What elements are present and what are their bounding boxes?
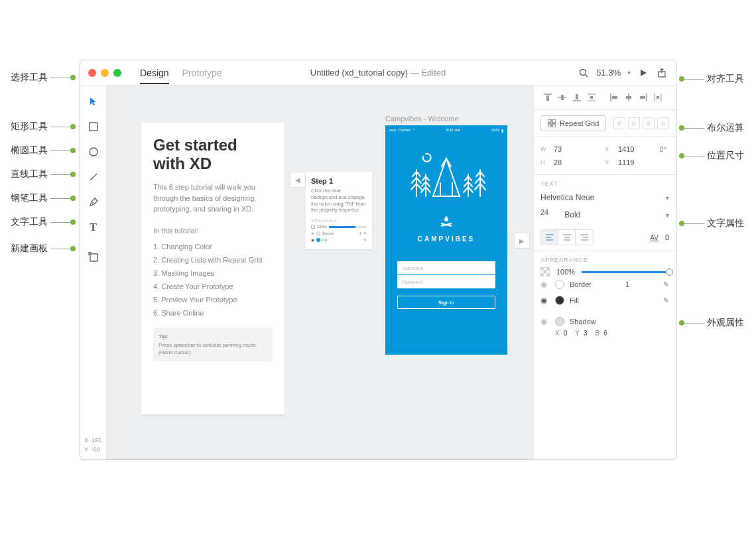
svg-rect-52 <box>540 273 544 276</box>
rectangle-tool[interactable] <box>87 120 100 133</box>
opacity-row: 100% <box>540 267 669 276</box>
shadow-x-field[interactable]: X0 <box>555 329 567 337</box>
shadow-b-field[interactable]: B6 <box>595 329 607 337</box>
svg-rect-20 <box>561 95 564 100</box>
text-align-center-button[interactable] <box>558 230 576 245</box>
font-size-field[interactable]: 24 <box>540 208 548 221</box>
opacity-value[interactable]: 100% <box>556 268 575 276</box>
text-align-group <box>540 229 594 245</box>
svg-rect-25 <box>590 96 593 99</box>
svg-point-4 <box>90 148 97 156</box>
play-preview-button[interactable] <box>637 67 649 79</box>
svg-rect-37 <box>548 124 551 127</box>
svg-rect-18 <box>546 95 549 101</box>
eyedropper-icon[interactable]: ✎ <box>663 280 669 289</box>
minimize-window-button[interactable] <box>101 69 109 77</box>
text-align-right-button[interactable] <box>576 230 593 245</box>
step-next-button[interactable]: ▶ <box>514 233 530 249</box>
username-field[interactable]: Username <box>397 261 495 274</box>
border-width-field[interactable]: 1 <box>625 280 629 288</box>
svg-rect-38 <box>552 124 556 127</box>
app-window: Design Prototype Untitled (xd_tutorial c… <box>80 60 676 460</box>
artboard-label[interactable]: Campvibes - Welcome <box>385 115 458 123</box>
distribute-v-button[interactable] <box>584 91 599 104</box>
line-tool[interactable] <box>87 170 100 184</box>
font-weight-select[interactable]: Bold▾ <box>564 208 669 221</box>
artboard-phone[interactable]: •••••Carrier⌔ 8:41 AM 42%▮ <box>385 125 507 355</box>
text-tool[interactable]: T <box>87 221 100 234</box>
appearance-section-title: APPEARANCE <box>540 257 669 263</box>
svg-rect-35 <box>548 119 551 123</box>
repeat-grid-button[interactable]: Repeat Grid <box>540 115 606 131</box>
text-section-title: TEXT <box>540 180 669 187</box>
width-field[interactable]: W73 <box>540 143 605 156</box>
shadow-row: ◉ Shadow <box>540 314 669 329</box>
opacity-checker-icon <box>540 267 550 276</box>
svg-rect-49 <box>540 267 544 270</box>
shadow-y-field[interactable]: Y3 <box>575 329 587 337</box>
fill-visibility-toggle[interactable]: ◉ <box>540 296 550 305</box>
font-family-select[interactable]: Helvetica Neue▾ <box>540 191 669 204</box>
align-hcenter-button[interactable] <box>621 91 636 104</box>
password-field[interactable]: Password <box>397 275 495 288</box>
tab-prototype[interactable]: Prototype <box>182 62 222 84</box>
geometry-row: W73 X1410 0° H28 Y1119 <box>534 137 676 175</box>
bool-subtract-button[interactable]: ⊖ <box>628 117 640 129</box>
border-visibility-toggle[interactable]: ◉ <box>540 280 550 289</box>
anno-line: 直线工具 <box>0 168 76 180</box>
tutorial-card[interactable]: Get started with XD This 6 step tutorial… <box>141 123 284 414</box>
align-top-button[interactable] <box>540 91 555 104</box>
eyedropper-icon[interactable]: ✎ <box>663 296 669 305</box>
y-field[interactable]: Y1119 <box>605 156 669 169</box>
align-left-button[interactable] <box>607 91 621 104</box>
mini-border-row: ◉Border1✎ <box>311 231 367 235</box>
bool-union-button[interactable]: ⊕ <box>613 117 625 129</box>
tool-toolbar: T X 191 Y -60 <box>80 86 107 459</box>
list-item: 2. Creating Lists with Repeat Grid <box>153 256 273 264</box>
step-desc: Click the blue background and change the… <box>311 188 367 213</box>
align-vcenter-button[interactable] <box>555 91 570 104</box>
anno-appearance: 外观属性 <box>679 317 744 329</box>
align-right-button[interactable] <box>636 91 651 104</box>
align-bottom-button[interactable] <box>570 91 584 104</box>
close-window-button[interactable] <box>88 69 96 77</box>
battery-icon: ▮ <box>501 128 503 133</box>
svg-rect-7 <box>90 254 97 261</box>
svg-rect-51 <box>544 270 547 274</box>
select-tool[interactable] <box>87 95 100 108</box>
border-row: ◉ Border 1 ✎ <box>540 276 669 292</box>
zoom-dropdown-icon[interactable]: ▾ <box>627 69 631 76</box>
border-label: Border <box>570 280 592 288</box>
text-align-left-button[interactable] <box>541 230 558 245</box>
artboard-tool[interactable] <box>87 250 100 263</box>
svg-rect-3 <box>90 123 97 131</box>
document-title: Untitled (xd_tutorial copy) — Edited <box>310 68 446 78</box>
pen-tool[interactable] <box>87 196 100 209</box>
zoom-value[interactable]: 51.3% <box>596 68 621 78</box>
fill-color-swatch[interactable] <box>555 296 564 305</box>
step-card[interactable]: Step 1 Click the blue background and cha… <box>306 172 372 249</box>
anno-select: 选择工具 <box>0 72 76 84</box>
ellipse-tool[interactable] <box>87 145 100 158</box>
bool-exclude-button[interactable]: ⊘ <box>657 117 669 129</box>
shadow-color-swatch[interactable] <box>555 317 564 326</box>
share-button[interactable] <box>656 67 668 79</box>
shadow-visibility-toggle[interactable]: ◉ <box>540 317 550 326</box>
border-color-swatch[interactable] <box>555 280 564 289</box>
signin-button[interactable]: Sign In <box>397 296 495 309</box>
bool-intersect-button[interactable]: ⊗ <box>643 117 655 129</box>
height-field[interactable]: H28 <box>540 156 605 169</box>
tab-design[interactable]: Design <box>140 62 169 84</box>
kerning-field[interactable]: AV 0 <box>650 233 669 241</box>
distribute-h-button[interactable] <box>651 91 665 104</box>
canvas[interactable]: Get started with XD This 6 step tutorial… <box>107 86 533 459</box>
search-icon[interactable] <box>578 67 590 79</box>
svg-rect-53 <box>546 273 550 276</box>
anno-rect: 矩形工具 <box>0 121 76 133</box>
shadow-label: Shadow <box>570 318 596 326</box>
mode-tabs: Design Prototype <box>140 62 222 84</box>
maximize-window-button[interactable] <box>113 69 121 77</box>
opacity-slider[interactable] <box>582 271 669 273</box>
step-prev-button[interactable]: ◀ <box>290 172 306 188</box>
anno-pos-size: 位置尺寸 <box>679 150 744 162</box>
